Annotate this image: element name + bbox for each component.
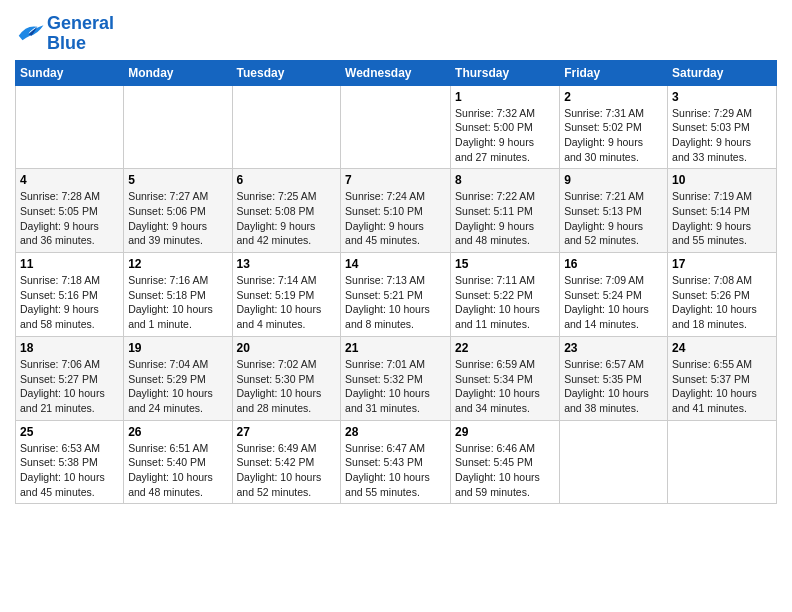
day-number: 4 [20,173,119,187]
day-number: 17 [672,257,772,271]
calendar-cell: 7Sunrise: 7:24 AM Sunset: 5:10 PM Daylig… [341,169,451,253]
day-info: Sunrise: 7:08 AM Sunset: 5:26 PM Dayligh… [672,273,772,332]
calendar-cell [124,85,232,169]
calendar-table: SundayMondayTuesdayWednesdayThursdayFrid… [15,60,777,505]
day-number: 10 [672,173,772,187]
calendar-cell: 19Sunrise: 7:04 AM Sunset: 5:29 PM Dayli… [124,336,232,420]
calendar-cell: 11Sunrise: 7:18 AM Sunset: 5:16 PM Dayli… [16,253,124,337]
day-info: Sunrise: 7:14 AM Sunset: 5:19 PM Dayligh… [237,273,337,332]
logo-text: GeneralBlue [47,14,114,54]
calendar-cell: 25Sunrise: 6:53 AM Sunset: 5:38 PM Dayli… [16,420,124,504]
day-info: Sunrise: 7:18 AM Sunset: 5:16 PM Dayligh… [20,273,119,332]
day-number: 3 [672,90,772,104]
calendar-cell: 8Sunrise: 7:22 AM Sunset: 5:11 PM Daylig… [451,169,560,253]
calendar-cell: 24Sunrise: 6:55 AM Sunset: 5:37 PM Dayli… [668,336,777,420]
day-number: 25 [20,425,119,439]
day-number: 9 [564,173,663,187]
day-number: 29 [455,425,555,439]
day-info: Sunrise: 6:47 AM Sunset: 5:43 PM Dayligh… [345,441,446,500]
calendar-cell [16,85,124,169]
day-info: Sunrise: 7:06 AM Sunset: 5:27 PM Dayligh… [20,357,119,416]
day-number: 28 [345,425,446,439]
day-info: Sunrise: 7:32 AM Sunset: 5:00 PM Dayligh… [455,106,555,165]
calendar-cell [668,420,777,504]
day-number: 19 [128,341,227,355]
day-info: Sunrise: 7:28 AM Sunset: 5:05 PM Dayligh… [20,189,119,248]
weekday-header: Sunday [16,60,124,85]
day-number: 21 [345,341,446,355]
calendar-cell: 29Sunrise: 6:46 AM Sunset: 5:45 PM Dayli… [451,420,560,504]
day-info: Sunrise: 7:29 AM Sunset: 5:03 PM Dayligh… [672,106,772,165]
calendar-cell: 26Sunrise: 6:51 AM Sunset: 5:40 PM Dayli… [124,420,232,504]
calendar-header: SundayMondayTuesdayWednesdayThursdayFrid… [16,60,777,85]
day-number: 5 [128,173,227,187]
day-info: Sunrise: 7:31 AM Sunset: 5:02 PM Dayligh… [564,106,663,165]
day-number: 22 [455,341,555,355]
calendar-cell: 10Sunrise: 7:19 AM Sunset: 5:14 PM Dayli… [668,169,777,253]
page-header: GeneralBlue [15,10,777,54]
calendar-cell: 12Sunrise: 7:16 AM Sunset: 5:18 PM Dayli… [124,253,232,337]
calendar-cell [341,85,451,169]
calendar-week-row: 18Sunrise: 7:06 AM Sunset: 5:27 PM Dayli… [16,336,777,420]
day-info: Sunrise: 6:49 AM Sunset: 5:42 PM Dayligh… [237,441,337,500]
day-number: 7 [345,173,446,187]
day-info: Sunrise: 6:51 AM Sunset: 5:40 PM Dayligh… [128,441,227,500]
calendar-cell: 9Sunrise: 7:21 AM Sunset: 5:13 PM Daylig… [560,169,668,253]
day-number: 16 [564,257,663,271]
calendar-cell: 14Sunrise: 7:13 AM Sunset: 5:21 PM Dayli… [341,253,451,337]
calendar-cell: 15Sunrise: 7:11 AM Sunset: 5:22 PM Dayli… [451,253,560,337]
calendar-cell: 2Sunrise: 7:31 AM Sunset: 5:02 PM Daylig… [560,85,668,169]
day-number: 13 [237,257,337,271]
weekday-header: Friday [560,60,668,85]
calendar-cell: 17Sunrise: 7:08 AM Sunset: 5:26 PM Dayli… [668,253,777,337]
day-number: 26 [128,425,227,439]
day-info: Sunrise: 6:59 AM Sunset: 5:34 PM Dayligh… [455,357,555,416]
day-info: Sunrise: 7:01 AM Sunset: 5:32 PM Dayligh… [345,357,446,416]
logo: GeneralBlue [15,14,114,54]
day-info: Sunrise: 7:22 AM Sunset: 5:11 PM Dayligh… [455,189,555,248]
day-info: Sunrise: 7:25 AM Sunset: 5:08 PM Dayligh… [237,189,337,248]
calendar-cell: 6Sunrise: 7:25 AM Sunset: 5:08 PM Daylig… [232,169,341,253]
day-number: 2 [564,90,663,104]
day-number: 20 [237,341,337,355]
weekday-header: Thursday [451,60,560,85]
calendar-week-row: 1Sunrise: 7:32 AM Sunset: 5:00 PM Daylig… [16,85,777,169]
weekday-header-row: SundayMondayTuesdayWednesdayThursdayFrid… [16,60,777,85]
calendar-cell: 22Sunrise: 6:59 AM Sunset: 5:34 PM Dayli… [451,336,560,420]
day-info: Sunrise: 7:04 AM Sunset: 5:29 PM Dayligh… [128,357,227,416]
day-info: Sunrise: 7:16 AM Sunset: 5:18 PM Dayligh… [128,273,227,332]
day-info: Sunrise: 7:19 AM Sunset: 5:14 PM Dayligh… [672,189,772,248]
calendar-cell [560,420,668,504]
weekday-header: Wednesday [341,60,451,85]
calendar-week-row: 4Sunrise: 7:28 AM Sunset: 5:05 PM Daylig… [16,169,777,253]
day-number: 12 [128,257,227,271]
day-info: Sunrise: 7:24 AM Sunset: 5:10 PM Dayligh… [345,189,446,248]
calendar-cell: 21Sunrise: 7:01 AM Sunset: 5:32 PM Dayli… [341,336,451,420]
calendar-cell: 28Sunrise: 6:47 AM Sunset: 5:43 PM Dayli… [341,420,451,504]
day-number: 23 [564,341,663,355]
calendar-cell: 5Sunrise: 7:27 AM Sunset: 5:06 PM Daylig… [124,169,232,253]
weekday-header: Monday [124,60,232,85]
calendar-week-row: 25Sunrise: 6:53 AM Sunset: 5:38 PM Dayli… [16,420,777,504]
day-number: 14 [345,257,446,271]
weekday-header: Tuesday [232,60,341,85]
day-info: Sunrise: 6:55 AM Sunset: 5:37 PM Dayligh… [672,357,772,416]
calendar-cell: 4Sunrise: 7:28 AM Sunset: 5:05 PM Daylig… [16,169,124,253]
calendar-cell: 23Sunrise: 6:57 AM Sunset: 5:35 PM Dayli… [560,336,668,420]
day-number: 1 [455,90,555,104]
calendar-cell: 3Sunrise: 7:29 AM Sunset: 5:03 PM Daylig… [668,85,777,169]
day-number: 18 [20,341,119,355]
calendar-cell: 1Sunrise: 7:32 AM Sunset: 5:00 PM Daylig… [451,85,560,169]
day-number: 6 [237,173,337,187]
calendar-cell: 20Sunrise: 7:02 AM Sunset: 5:30 PM Dayli… [232,336,341,420]
calendar-body: 1Sunrise: 7:32 AM Sunset: 5:00 PM Daylig… [16,85,777,504]
day-info: Sunrise: 6:46 AM Sunset: 5:45 PM Dayligh… [455,441,555,500]
day-info: Sunrise: 7:02 AM Sunset: 5:30 PM Dayligh… [237,357,337,416]
day-info: Sunrise: 6:53 AM Sunset: 5:38 PM Dayligh… [20,441,119,500]
day-number: 8 [455,173,555,187]
day-info: Sunrise: 7:21 AM Sunset: 5:13 PM Dayligh… [564,189,663,248]
day-info: Sunrise: 7:13 AM Sunset: 5:21 PM Dayligh… [345,273,446,332]
calendar-cell: 16Sunrise: 7:09 AM Sunset: 5:24 PM Dayli… [560,253,668,337]
day-info: Sunrise: 6:57 AM Sunset: 5:35 PM Dayligh… [564,357,663,416]
calendar-cell: 27Sunrise: 6:49 AM Sunset: 5:42 PM Dayli… [232,420,341,504]
